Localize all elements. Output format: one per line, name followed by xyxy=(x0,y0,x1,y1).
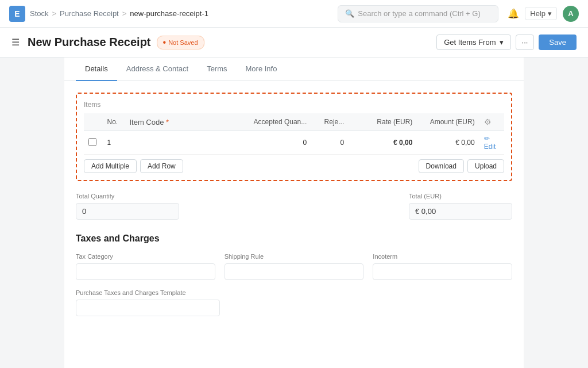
more-options-button[interactable]: ··· xyxy=(516,34,535,50)
app-logo: E xyxy=(9,6,25,22)
tax-category-label: Tax Category xyxy=(76,253,215,260)
form-content: Items No. Item Code * Accepted Quan... R… xyxy=(64,81,524,337)
total-eur-label: Total (EUR) xyxy=(409,193,512,200)
tab-more-info[interactable]: More Info xyxy=(237,57,287,81)
add-row-button[interactable]: Add Row xyxy=(140,159,183,173)
col-header-gear[interactable]: ⚙ xyxy=(479,113,504,131)
shipping-rule-label: Shipping Rule xyxy=(225,253,364,260)
total-quantity-input[interactable] xyxy=(76,203,179,220)
table-bottom-actions: Add Multiple Add Row Download Upload xyxy=(84,155,504,173)
row-accepted-qty: 0 xyxy=(243,131,311,155)
breadcrumb-current: new-purchase-receipt-1 xyxy=(130,9,208,18)
tax-category-input[interactable] xyxy=(76,263,215,280)
row-rejected-qty: 0 xyxy=(311,131,349,155)
row-amount: € 0,00 xyxy=(417,131,479,155)
hamburger-icon[interactable]: ☰ xyxy=(11,37,20,48)
get-items-button[interactable]: Get Items From ▾ xyxy=(436,34,510,50)
col-header-amount: Amount (EUR) xyxy=(417,113,479,131)
items-section: Items No. Item Code * Accepted Quan... R… xyxy=(76,93,512,181)
col-header-item-code: Item Code * xyxy=(125,113,243,131)
notification-bell-icon[interactable]: 🔔 xyxy=(508,8,519,19)
row-checkbox-cell xyxy=(84,131,102,155)
tab-details[interactable]: Details xyxy=(76,57,117,81)
col-header-rate: Rate (EUR) xyxy=(349,113,417,131)
purchase-taxes-template-group: Purchase Taxes and Charges Template xyxy=(76,289,220,316)
help-button[interactable]: Help ▾ xyxy=(525,7,557,20)
add-multiple-button[interactable]: Add Multiple xyxy=(84,159,137,173)
shipping-rule-group: Shipping Rule xyxy=(225,253,364,280)
tab-terms[interactable]: Terms xyxy=(198,57,236,81)
col-header-accepted-qty: Accepted Quan... xyxy=(243,113,311,131)
required-star: * xyxy=(166,118,169,126)
content-inner: Details Address & Contact Terms More Inf… xyxy=(64,57,524,368)
breadcrumb: Stock > Purchase Receipt > new-purchase-… xyxy=(30,9,208,18)
breadcrumb-sep2: > xyxy=(122,9,127,18)
main-content: Details Address & Contact Terms More Inf… xyxy=(0,57,588,368)
tab-bar: Details Address & Contact Terms More Inf… xyxy=(64,57,524,81)
items-table: No. Item Code * Accepted Quan... Reje...… xyxy=(84,113,504,155)
col-header-rejected-qty: Reje... xyxy=(311,113,349,131)
breadcrumb-purchase-receipt[interactable]: Purchase Receipt xyxy=(60,9,119,18)
header-actions: Get Items From ▾ ··· Save xyxy=(436,34,577,50)
upload-button[interactable]: Upload xyxy=(467,159,504,173)
purchase-taxes-template-input[interactable] xyxy=(76,300,220,316)
items-label: Items xyxy=(84,101,504,109)
row-item-code-cell[interactable] xyxy=(125,131,243,155)
total-quantity-field: Total Quantity xyxy=(76,193,179,220)
breadcrumb-sep1: > xyxy=(52,9,57,18)
incoterm-input[interactable] xyxy=(373,263,512,280)
help-label: Help xyxy=(530,9,546,18)
row-checkbox[interactable] xyxy=(88,138,96,146)
col-header-no: No. xyxy=(102,113,125,131)
purchase-taxes-template-label: Purchase Taxes and Charges Template xyxy=(76,289,220,296)
taxes-section-title: Taxes and Charges xyxy=(76,233,512,244)
incoterm-label: Incoterm xyxy=(373,253,512,260)
shipping-rule-input[interactable] xyxy=(225,263,364,280)
get-items-label: Get Items From xyxy=(444,38,496,47)
incoterm-group: Incoterm xyxy=(373,253,512,280)
table-bottom-right: Download Upload xyxy=(419,159,504,173)
item-code-header-text: Item Code xyxy=(129,118,166,126)
total-quantity-label: Total Quantity xyxy=(76,193,179,200)
row-number: 1 xyxy=(102,131,125,155)
taxes-form-row-1: Tax Category Shipping Rule Incoterm xyxy=(76,253,512,280)
save-button[interactable]: Save xyxy=(539,34,577,50)
breadcrumb-stock[interactable]: Stock xyxy=(30,9,49,18)
row-edit-cell[interactable]: ✏ Edit xyxy=(479,131,504,155)
nav-actions: 🔔 Help ▾ A xyxy=(508,6,579,22)
search-bar[interactable]: 🔍 Search or type a command (Ctrl + G) xyxy=(338,5,498,22)
taxes-form-row-2: Purchase Taxes and Charges Template xyxy=(76,289,512,316)
totals-row: Total Quantity Total (EUR) xyxy=(76,193,512,220)
download-button[interactable]: Download xyxy=(419,159,464,173)
search-icon: 🔍 xyxy=(345,9,354,18)
table-row: 1 0 0 € 0,00 € 0,00 ✏ Edit xyxy=(84,131,504,155)
navbar: E Stock > Purchase Receipt > new-purchas… xyxy=(0,0,588,28)
help-chevron-icon: ▾ xyxy=(548,9,552,18)
row-edit-link[interactable]: ✏ Edit xyxy=(484,135,496,151)
table-gear-icon[interactable]: ⚙ xyxy=(484,117,492,126)
avatar[interactable]: A xyxy=(563,6,579,22)
page-title: New Purchase Receipt xyxy=(28,36,151,49)
tab-address-contact[interactable]: Address & Contact xyxy=(117,57,198,81)
search-placeholder: Search or type a command (Ctrl + G) xyxy=(358,9,481,18)
total-eur-input[interactable] xyxy=(409,203,512,220)
tax-category-group: Tax Category xyxy=(76,253,215,280)
row-item-code-input[interactable] xyxy=(129,139,238,147)
col-header-check xyxy=(84,113,102,131)
status-badge: Not Saved xyxy=(157,36,204,49)
get-items-chevron-icon: ▾ xyxy=(500,38,504,47)
page-header: ☰ New Purchase Receipt Not Saved Get Ite… xyxy=(0,28,588,57)
total-eur-field: Total (EUR) xyxy=(409,193,512,220)
row-rate: € 0,00 xyxy=(349,131,417,155)
